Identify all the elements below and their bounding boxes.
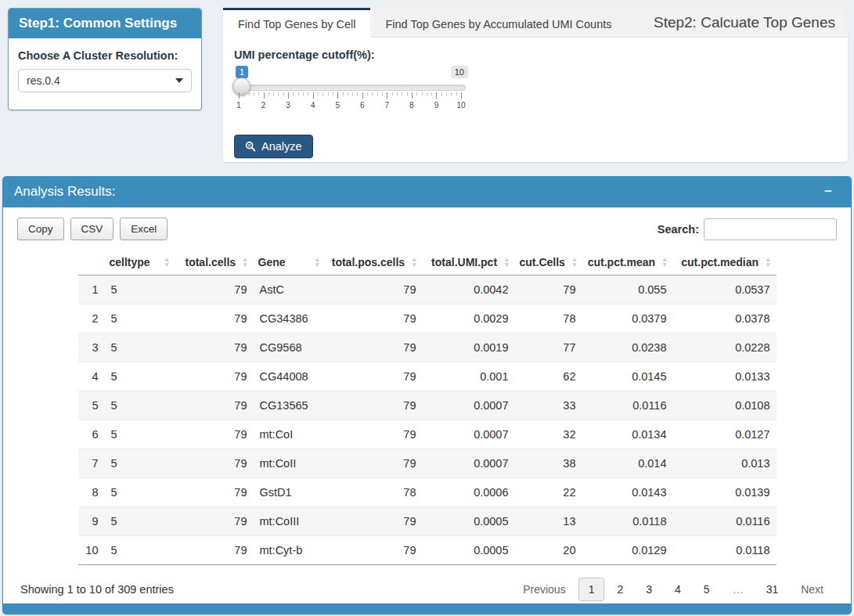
table-info: Showing 1 to 10 of 309 entries [20,583,174,596]
page-button-31[interactable]: 31 [756,578,789,601]
cell-cut-pct-median: 0.013 [673,449,777,478]
cell-cut-pct-mean: 0.014 [582,449,673,478]
cell-total-cells: 79 [175,507,254,536]
slider-minor-tick [268,92,269,95]
cell-gene: CG13565 [254,391,326,420]
cell-total-pos-cells: 79 [326,362,423,391]
analyze-button[interactable]: Analyze [234,135,313,158]
cluster-resolution-value: res.0.4 [27,74,60,87]
export-excel-button[interactable]: Excel [120,218,168,240]
export-button-group: CopyCSVExcel [17,218,168,240]
umi-cutoff-slider[interactable]: 1 10 12345678910 [234,64,466,125]
page-button-1[interactable]: 1 [578,578,605,601]
column-header-cut-pct-median[interactable]: cut.pct.median▲▼ [673,250,777,276]
next-button[interactable]: Next [791,578,834,601]
slider-value-badge: 1 [236,66,248,78]
tab-find-top-genes-by-cell[interactable]: Find Top Genes by Cell [223,8,370,38]
cell-total-pos-cells: 79 [326,449,423,478]
table-row[interactable]: 9579mt:CoIII790.0005130.01180.0116 [78,507,777,536]
table-row[interactable]: 1579AstC790.0042790.0550.0537 [78,276,777,304]
cell-total-cells: 79 [175,391,254,420]
cell-cut-cells: 13 [515,507,582,536]
cell-total-cells: 79 [175,276,254,304]
cell-index: 5 [78,391,105,420]
slider-minor-tick [441,92,442,95]
collapse-minus-icon[interactable]: − [816,184,840,200]
slider-minor-tick [446,92,447,95]
slider-minor-tick [431,92,432,95]
column-header-label: cut.pct.median [678,256,761,268]
sort-arrows-icon: ▲▼ [314,257,320,268]
column-header-total-umi-pct[interactable]: total.UMI.pct▲▼ [423,250,515,276]
table-row[interactable]: 7579mt:CoII790.0007380.0140.013 [78,449,777,478]
export-copy-button[interactable]: Copy [17,218,64,240]
cell-cut-cells: 62 [515,362,582,391]
step2-tabbox: Find Top Genes by Cell Find Top Genes by… [223,8,848,162]
slider-minor-tick [293,92,294,95]
table-row[interactable]: 2579CG34386790.0029780.03790.0378 [78,304,777,333]
page-button-5[interactable]: 5 [694,578,720,601]
column-header-cut-cells[interactable]: cut.Cells▲▼ [515,250,582,276]
search-bar: Search: [658,218,837,240]
slider-tick-label: 6 [360,101,365,110]
slider-major-tick [288,92,289,99]
column-header-cut-pct-mean[interactable]: cut.pct.mean▲▼ [582,250,673,276]
step1-body: Choose A Cluster Resolution: res.0.4 [9,38,201,110]
slider-max-badge: 10 [451,66,468,78]
column-header-label: cut.Cells [520,256,567,268]
cell-total-umi-pct: 0.0005 [423,536,515,565]
page-button-3[interactable]: 3 [636,578,662,601]
cell-index: 7 [78,449,105,478]
cell-gene: mt:CoI [254,420,326,449]
cell-cut-pct-mean: 0.0238 [582,333,673,362]
page-button-4[interactable]: 4 [665,578,691,601]
table-row[interactable]: 6579mt:CoI790.0007320.01340.0127 [78,420,777,449]
results-header: Analysis Results: − [2,176,852,207]
slider-tick-label: 9 [434,101,439,110]
results-panel: Analysis Results: − CopyCSVExcel Search:… [2,176,852,614]
column-header-gene[interactable]: Gene▲▼ [254,250,326,276]
sort-arrows-icon: ▲▼ [661,257,668,268]
slider-minor-tick [303,92,304,95]
cell-cut-cells: 20 [515,536,582,565]
table-row[interactable]: 3579CG9568790.0019770.02380.0228 [78,333,777,362]
column-header-total-cells[interactable]: total.cells▲▼ [175,250,254,276]
cell-celltype: 5 [105,276,175,304]
table-row[interactable]: 8579GstD1780.0006220.01430.0139 [78,478,777,507]
cell-gene: CG34386 [254,304,326,333]
export-csv-button[interactable]: CSV [70,218,114,240]
analyze-button-label: Analyze [261,140,302,153]
slider-minor-tick [258,92,259,95]
slider-tick-label: 4 [311,101,315,110]
slider-minor-tick [392,92,393,95]
slider-minor-tick [343,92,344,95]
cell-cut-pct-median: 0.0133 [673,362,777,391]
cell-cut-cells: 38 [515,449,582,478]
slider-tick-label: 2 [261,101,266,110]
table-row[interactable]: 10579mt:Cyt-b790.0005200.01290.0118 [78,536,777,565]
page-button-2[interactable]: 2 [607,578,633,601]
column-header-label: total.cells [180,256,238,268]
tab-find-top-genes-by-accumulated-umi-counts[interactable]: Find Top Genes by Accumulated UMI Counts [370,8,626,38]
cell-cut-pct-mean: 0.055 [582,276,673,304]
column-header-total-pos-cells[interactable]: total.pos.cells▲▼ [326,250,423,276]
results-table: celltype▲▼total.cells▲▼Gene▲▼total.pos.c… [78,250,777,565]
cluster-resolution-select[interactable]: res.0.4 [18,69,192,92]
cell-cut-pct-median: 0.0116 [673,507,777,536]
slider-tick-label: 7 [385,101,390,110]
cell-cut-pct-median: 0.0127 [673,420,777,449]
table-row[interactable]: 5579CG13565790.0007330.01160.0108 [78,391,777,420]
cell-index: 1 [78,276,105,304]
column-header-celltype[interactable]: celltype▲▼ [105,250,175,276]
cell-cut-cells: 22 [515,478,582,507]
slider-minor-tick [382,92,383,95]
cell-cut-pct-mean: 0.0116 [582,391,673,420]
cell-gene: GstD1 [254,478,326,507]
slider-track[interactable] [234,85,466,91]
search-input[interactable] [704,218,837,240]
cell-total-umi-pct: 0.0006 [423,478,515,507]
column-header-label: celltype [110,256,160,268]
table-footer: Showing 1 to 10 of 309 entries Previous1… [17,565,837,601]
table-row[interactable]: 4579CG44008790.001620.01450.0133 [78,362,777,391]
previous-button[interactable]: Previous [513,578,575,601]
